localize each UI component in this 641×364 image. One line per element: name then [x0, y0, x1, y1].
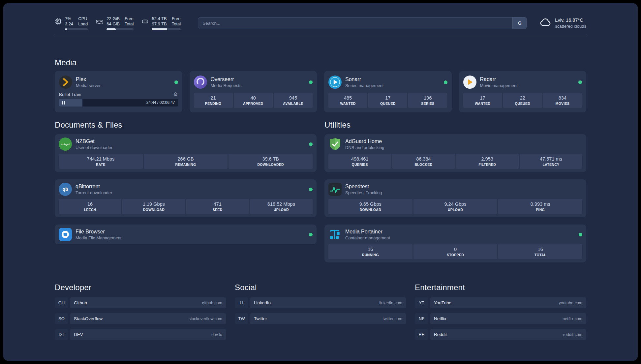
bookmark-name: Github [74, 300, 87, 305]
service-name: NZBGet [76, 138, 112, 145]
section-media: Media Plex Media server [55, 58, 586, 112]
stat-label: PING [499, 208, 582, 212]
stat-queued: 22 QUEUED [503, 93, 542, 108]
stat-label: LEECH [59, 208, 121, 212]
adguard-card: AdGuard Home DNS and adblocking 498,461 … [324, 134, 586, 172]
weather-widget: Lviv, 16.87°C scattered clouds [539, 16, 586, 30]
bookmark-url: twitter.com [382, 317, 402, 321]
disk-free-label: Free [172, 16, 181, 21]
search-bar: G [198, 17, 527, 29]
bookmark-abbr: SO [55, 313, 68, 324]
cpu-progress-bar [65, 28, 88, 30]
stat-value: 16 [59, 201, 121, 207]
stat-label: FILTERED [457, 163, 518, 167]
stat-stopped: 0 STOPPED [413, 244, 498, 259]
radarr-card: Radarr Movie management 17 WANTED 22 QUE… [459, 71, 587, 112]
filebrowser-service-link[interactable]: File Browser Media File Management [59, 228, 313, 241]
stat-running: 16 RUNNING [328, 244, 412, 259]
memory-total-label: Total [125, 21, 134, 27]
divider [55, 36, 586, 36]
status-dot [309, 142, 313, 146]
bookmark-name: LinkedIn [254, 300, 271, 305]
stat-label: REMAINING [144, 163, 227, 167]
stat-ping: 0.993 ms PING [498, 199, 582, 214]
bookmark-abbr: DT [55, 329, 68, 340]
stat-value: 834 [544, 95, 581, 101]
bookmark-twitter[interactable]: TW Twitter twitter.com [235, 313, 406, 324]
stat-upload: 618.52 Mbps UPLOAD [250, 199, 313, 214]
search-provider-button[interactable]: G [512, 17, 527, 29]
memory-widget: 22 GiB 64 GiB Free Total [96, 16, 134, 30]
service-description: Media Requests [211, 83, 242, 88]
stat-label: PENDING [195, 102, 232, 106]
sonarr-service-link[interactable]: Sonarr Series management [328, 76, 447, 89]
stat-remaining: 266 GB REMAINING [144, 154, 228, 169]
plex-service-link[interactable]: Plex Media server [59, 76, 178, 89]
bookmark-dev[interactable]: DT DEV dev.to [55, 329, 226, 340]
now-playing-title: Bullet Train [59, 92, 173, 97]
overseerr-card: Overseerr Media Requests 21 PENDING 40 A… [190, 71, 317, 112]
bookmark-youtube[interactable]: YT YouTube youtube.com [415, 297, 586, 308]
bookmark-linkedin[interactable]: LI LinkedIn linkedin.com [235, 297, 406, 308]
stat-value: 9.65 Gbps [329, 201, 412, 207]
portainer-service-link[interactable]: Media Portainer Container management [328, 228, 582, 241]
bookmark-github[interactable]: GH Github github.com [55, 297, 226, 308]
top-bar: 7% 3.24 CPU Load [55, 3, 586, 30]
radarr-service-link[interactable]: Radarr Movie management [463, 76, 582, 89]
service-name: Overseerr [211, 76, 242, 83]
status-dot [579, 233, 582, 236]
service-name: Sonarr [345, 76, 383, 83]
bookmark-stackoverflow[interactable]: SO StackOverflow stackoverflow.com [55, 313, 226, 324]
stat-label: TOTAL [499, 253, 582, 257]
disk-total-label: Total [172, 21, 181, 27]
bookmark-reddit[interactable]: RE Reddit reddit.com [415, 329, 586, 340]
pause-icon[interactable] [62, 101, 65, 105]
search-input[interactable] [198, 17, 527, 29]
stat-label: WANTED [329, 102, 367, 106]
bookmark-url: stackoverflow.com [189, 317, 222, 321]
status-dot [444, 80, 447, 84]
filebrowser-card: File Browser Media File Management [55, 225, 317, 244]
stat-wanted: 17 WANTED [463, 93, 502, 108]
filebrowser-icon [59, 228, 72, 241]
playback-progress-bar: 24:44 / 02:06:47 [59, 99, 178, 106]
portainer-icon [328, 228, 342, 241]
service-description: Media server [76, 83, 101, 88]
stat-label: DOWNLOADED [229, 163, 312, 167]
cpu-icon [55, 16, 62, 26]
stat-value: 266 GB [144, 156, 227, 162]
stat-value: 196 [409, 95, 446, 101]
stat-download: 1.19 Gbps DOWNLOAD [122, 199, 185, 214]
service-name: qBittorrent [76, 183, 112, 190]
stat-value: 744.21 Mbps [59, 156, 142, 162]
disk-progress-fill [152, 28, 167, 30]
section-social: Social LI LinkedIn linkedin.com TW Twitt… [235, 283, 406, 324]
stat-movies: 834 MOVIES [543, 93, 582, 108]
disk-icon [141, 16, 149, 26]
stat-value: 0.993 ms [499, 201, 582, 207]
service-name: AdGuard Home [345, 138, 384, 145]
service-description: Torrent downloader [76, 190, 112, 196]
qbittorrent-service-link[interactable]: qb qBittorrent Torrent downloader [59, 183, 313, 196]
service-name: Plex [76, 76, 101, 83]
bookmark-netflix[interactable]: NF Netflix netflix.com [415, 313, 586, 324]
nzbget-service-link[interactable]: nzbget NZBGet Usenet downloader [59, 137, 313, 151]
adguard-service-link[interactable]: AdGuard Home DNS and adblocking [328, 137, 582, 151]
stat-upload: 9.24 Gbps UPLOAD [413, 199, 498, 214]
bookmark-name: Twitter [254, 316, 267, 321]
service-description: Media File Management [76, 235, 121, 241]
speedtest-icon [328, 183, 342, 196]
speedtest-service-link[interactable]: Speedtest Speedtest Tracking [328, 183, 582, 196]
service-description: Movie management [480, 83, 518, 88]
stat-value: 17 [369, 95, 407, 101]
bookmark-url: youtube.com [559, 301, 582, 305]
memory-progress-fill [107, 28, 116, 30]
bookmark-abbr: LI [235, 297, 248, 308]
overseerr-service-link[interactable]: Overseerr Media Requests [194, 76, 313, 89]
utilities-heading: Utilities [324, 120, 586, 130]
gear-icon[interactable]: ⚙ [173, 92, 178, 97]
nzbget-icon: nzbget [59, 137, 72, 151]
plex-card: Plex Media server Bullet Train ⚙ 24:44 /… [55, 71, 182, 112]
status-dot [578, 80, 582, 84]
service-description: Series management [345, 83, 383, 88]
